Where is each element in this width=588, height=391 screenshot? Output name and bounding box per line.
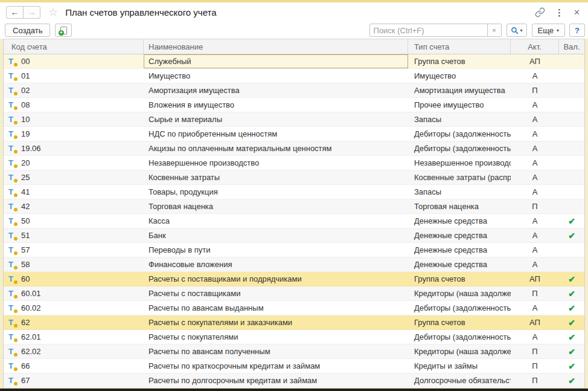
cell-val[interactable]: ✔ [559,330,584,344]
cell-type[interactable]: Дебиторы (задолженность перед… [408,330,511,344]
cell-code[interactable]: Т62.02 [4,344,144,358]
cell-name[interactable]: Банк [144,228,408,242]
cell-val[interactable] [559,127,584,141]
cell-code[interactable]: Т00 [4,54,144,68]
cell-type[interactable]: Прочее имущество [408,98,511,112]
cell-act[interactable]: П [511,359,559,373]
cell-type[interactable]: Группа счетов [408,315,511,329]
cell-name[interactable]: Акцизы по оплаченным материальным ценнос… [144,141,408,155]
table-row[interactable]: Т67Расчеты по долгосрочным кредитам и за… [4,373,584,388]
table-row[interactable]: Т20Незавершенное производствоНезавершенн… [4,156,584,170]
cell-name[interactable]: Расчеты с покупателями [144,330,408,344]
cell-name[interactable]: Расчеты с покупателями и заказчиками [144,315,408,329]
cell-val[interactable] [559,257,584,271]
table-row[interactable]: Т62.01Расчеты с покупателямиДебиторы (за… [4,330,584,344]
table-row[interactable]: Т19.06Акцизы по оплаченным материальным … [4,141,584,156]
cell-val[interactable] [559,141,584,155]
cell-name[interactable]: НДС по приобретенным ценностям [144,127,408,141]
cell-name[interactable]: Расчеты по краткосрочным кредитам и займ… [144,359,408,373]
table-row[interactable]: Т60.02Расчеты по авансам выданнымДебитор… [4,301,584,315]
cell-act[interactable]: А [511,69,559,83]
cell-val[interactable]: ✔ [559,301,584,315]
cell-act[interactable]: А [511,185,559,199]
cell-act[interactable]: АП [511,272,559,286]
clear-search-button[interactable]: × [487,24,502,37]
cell-val[interactable]: ✔ [559,228,584,242]
forward-button[interactable]: → [23,6,40,19]
table-row[interactable]: Т60.01Расчеты с поставщикамиКредиторы (н… [4,286,584,301]
cell-act[interactable]: А [511,330,559,344]
cell-type[interactable]: Денежные средства [408,228,511,242]
column-header-act[interactable]: Акт. [511,39,559,54]
cell-act[interactable]: А [511,301,559,315]
create-group-button[interactable]: + [55,24,72,37]
cell-act[interactable]: П [511,286,559,300]
table-row[interactable]: Т10Сырье и материалыЗапасыА [4,112,584,127]
cell-code[interactable]: Т66 [4,359,144,373]
cell-name[interactable]: Косвенные затраты [144,170,408,184]
cell-act[interactable]: П [511,373,559,387]
cell-type[interactable]: Кредиторы (наша задолженность) [408,344,511,358]
cell-code[interactable]: Т08 [4,98,144,112]
table-row[interactable]: Т57Переводы в путиДенежные средстваА [4,243,584,257]
cell-name[interactable]: Расчеты по авансам полученным [144,344,408,358]
column-header-code[interactable]: Код счета [4,39,144,54]
cell-act[interactable]: АП [511,54,559,68]
table-row[interactable]: Т66Расчеты по краткосрочным кредитам и з… [4,359,584,373]
cell-val[interactable] [559,156,584,170]
cell-act[interactable]: А [511,170,559,184]
cell-val[interactable] [559,112,584,126]
cell-code[interactable]: Т60.01 [4,286,144,300]
table-row[interactable]: Т19НДС по приобретенным ценностямДебитор… [4,127,584,141]
close-icon[interactable]: ✕ [574,8,580,16]
cell-name[interactable]: Переводы в пути [144,243,408,257]
cell-type[interactable]: Имущество [408,69,511,83]
cell-code[interactable]: Т19.06 [4,141,144,155]
cell-act[interactable]: А [511,98,559,112]
more-button[interactable]: Еще ▾ [532,24,565,37]
cell-code[interactable]: Т42 [4,199,144,213]
cell-name[interactable]: Касса [144,214,408,228]
cell-code[interactable]: Т10 [4,112,144,126]
cell-val[interactable] [559,83,584,97]
cell-code[interactable]: Т02 [4,83,144,97]
cell-name[interactable]: Сырье и материалы [144,112,408,126]
cell-type[interactable]: Группа счетов [408,54,511,68]
cell-val[interactable]: ✔ [559,286,584,300]
cell-val[interactable] [559,54,584,68]
cell-act[interactable]: А [511,141,559,155]
table-row[interactable]: Т62.02Расчеты по авансам полученнымКреди… [4,344,584,359]
table-row[interactable]: Т00СлужебныйГруппа счетовАП [4,54,584,69]
cell-val[interactable] [559,98,584,112]
table-row[interactable]: Т42Торговая наценкаТорговая наценкаП [4,199,584,214]
cell-name[interactable]: Вложения в имущество [144,98,408,112]
favorite-star-icon[interactable]: ☆ [48,7,58,18]
cell-type[interactable]: Запасы [408,112,511,126]
cell-act[interactable]: А [511,228,559,242]
table-row[interactable]: Т41Товары, продукцияЗапасыА [4,185,584,199]
table-row[interactable]: Т01ИмуществоИмуществоА [4,69,584,83]
cell-code[interactable]: Т62 [4,315,144,329]
cell-act[interactable]: А [511,214,559,228]
cell-act[interactable]: А [511,112,559,126]
cell-name[interactable]: Товары, продукция [144,185,408,199]
back-button[interactable]: ← [6,6,24,19]
table-row[interactable]: Т51БанкДенежные средстваА✔ [4,228,584,243]
column-header-val[interactable]: Вал. [559,39,584,54]
cell-code[interactable]: Т50 [4,214,144,228]
cell-name[interactable]: Торговая наценка [144,199,408,213]
cell-val[interactable] [559,69,584,83]
link-icon[interactable] [535,7,545,18]
cell-type[interactable]: Денежные средства [408,257,511,271]
table-row[interactable]: Т60Расчеты с поставщиками и подрядчиками… [4,272,584,286]
column-header-name[interactable]: Наименование [144,39,408,54]
table-row[interactable]: Т08Вложения в имуществоПрочее имуществоА [4,98,584,112]
cell-name[interactable]: Расчеты с поставщиками и подрядчиками [144,272,408,286]
cell-code[interactable]: Т19 [4,127,144,141]
cell-type[interactable]: Торговая наценка [408,199,511,213]
cell-type[interactable]: Амортизация имущества [408,83,511,97]
cell-val[interactable]: ✔ [559,373,584,387]
cell-type[interactable]: Косвенные затраты (распределя… [408,170,511,184]
cell-val[interactable]: ✔ [559,214,584,228]
cell-code[interactable]: Т58 [4,257,144,271]
